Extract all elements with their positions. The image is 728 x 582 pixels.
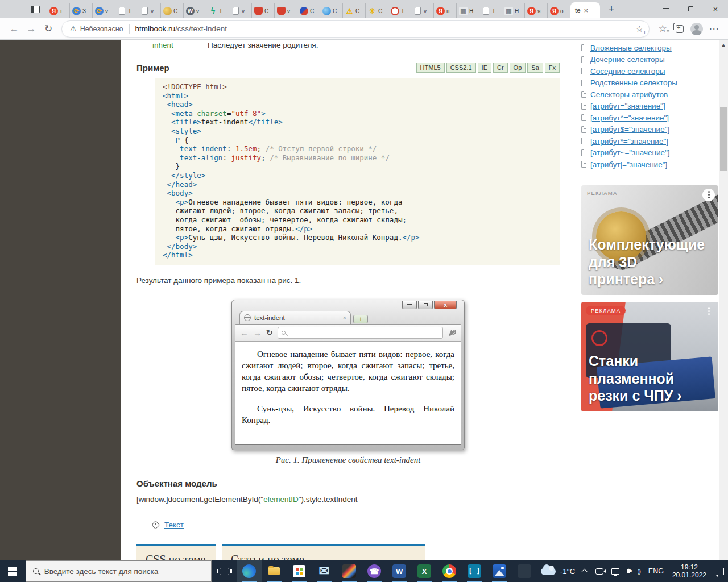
hidden-icons-button[interactable] [579,560,592,582]
page-scrollbar[interactable]: ▲ [719,40,728,560]
code-line: <body> [163,189,560,198]
sidebar-nav-link[interactable]: Родственные селекторы [590,78,677,87]
sidebar-nav-link[interactable]: [атрибут$="значение"] [590,125,669,134]
browser-tab[interactable]: Яп [434,3,457,18]
mail-taskbar-button[interactable]: ✉ [312,560,337,582]
browser-tab[interactable]: v [275,3,297,18]
ad-menu-icon[interactable] [702,305,715,318]
tab-title: v [242,8,245,14]
inherit-value-link[interactable]: inherit [152,41,208,49]
explorer-taskbar-button[interactable] [262,560,287,582]
weather-widget[interactable]: -1°C [537,560,579,582]
browser-tab[interactable]: Т [479,3,502,18]
taskbar-search[interactable]: Введите здесь текст для поиска [26,560,212,582]
browser-tab[interactable]: Ят [47,3,70,18]
back-button[interactable]: ← [6,20,23,38]
action-center-button[interactable] [711,560,728,582]
refresh-button[interactable]: ↻ [40,20,57,38]
sidebar-nav-link[interactable]: [атрибут~="значение"] [590,148,670,157]
ghost-taskbar-button[interactable] [512,560,537,582]
tab-title: т [60,8,63,14]
store-taskbar-button[interactable] [287,560,312,582]
code-segment: <head> [167,100,193,109]
sidebar-nav-link[interactable]: [атрибут^="значение"] [590,114,669,122]
task-view-button[interactable] [212,560,237,582]
profile-avatar[interactable] [688,20,705,38]
paint-taskbar-button[interactable] [337,560,362,582]
sidebar-nav-link[interactable]: [атрибут*="значение"] [590,137,668,146]
meet-now-button[interactable] [592,560,607,582]
excel-taskbar-button[interactable]: X [412,560,437,582]
browser-tab[interactable]: v [138,3,161,18]
sidebar-nav-link[interactable]: Селекторы атрибутов [590,90,668,99]
sidebar-nav-item: Дочерние селекторы [581,54,726,66]
code-segment: <html> [163,92,188,100]
browser-tab[interactable]: Яо [548,3,570,18]
browser-tab[interactable]: ⟳v [93,3,115,18]
add-favorite-icon[interactable]: ☆+ [636,24,643,34]
browser-tab[interactable]: v [229,3,252,18]
word-taskbar-button[interactable]: W [387,560,412,582]
sidebar-nav-link[interactable]: Вложенные селекторы [590,44,672,52]
scroll-up-arrow[interactable]: ▲ [719,40,728,48]
close-window-button[interactable]: × [703,0,728,17]
collections-icon[interactable] [671,20,688,38]
code-segment [163,189,167,197]
viber-taskbar-button[interactable]: ☎ [362,560,387,582]
browser-tab[interactable]: С [320,3,343,18]
browser-tab[interactable]: Wv [184,3,206,18]
forward-button[interactable]: → [23,20,40,38]
browser-tab[interactable]: ✳С [366,3,388,18]
browser-tab[interactable]: ⚠С [343,3,366,18]
browser-tab[interactable]: v [411,3,434,18]
active-tab[interactable]: te × [570,2,600,18]
favorites-icon[interactable]: ☆ [654,20,671,38]
clock[interactable]: 19:1220.01.2022 [668,560,711,582]
code-segment: </title> [249,118,283,126]
volume-waves: )) [638,568,640,575]
ad-banner[interactable]: РЕКЛАМАСтанкиплазменнойрезки с ЧПУ › [581,302,718,411]
ad-banner[interactable]: РЕКЛАМАКомплектующиедля 3Dпринтера › [581,185,718,295]
address-bar[interactable]: ⚠ Небезопасно htmlbook.ru/css/text-inden… [61,20,650,38]
browser-tab[interactable]: С [252,3,275,18]
sidebar-nav-link[interactable]: [атрибут="значение"] [590,102,665,110]
photos-taskbar-button[interactable] [487,560,512,582]
sidebar-nav-link[interactable]: [атрибут|="значение"] [590,160,667,169]
language-indicator[interactable]: ENG [644,560,668,582]
tag-link-text[interactable]: Текст [164,521,184,529]
code-line: <!DOCTYPE html> [163,82,560,92]
browser-tab[interactable]: Т [115,3,138,18]
windows-taskbar: Введите здесь текст для поиска ✉☎WX[ ] -… [0,560,728,582]
ad-label: РЕКЛАМА [587,190,617,196]
browser-tab[interactable]: ⟳З [70,3,93,18]
new-tab-button[interactable]: + [603,1,619,17]
scrollbar-thumb[interactable] [720,107,727,171]
close-tab-icon[interactable]: × [584,7,589,14]
tab-actions-button[interactable] [27,2,43,16]
brackets-taskbar-button[interactable]: [ ] [462,560,487,582]
example-forward-icon: → [253,328,262,338]
restore-button[interactable] [678,0,703,17]
tab-title: v [105,8,108,14]
browser-tab[interactable]: ϟТ [206,3,229,18]
volume-button[interactable]: )) [623,560,644,582]
browser-tab[interactable]: С [297,3,320,18]
minimize-button[interactable] [653,0,678,17]
browser-tab[interactable]: Т [388,3,411,18]
tab-title: Н [515,8,519,14]
network-button[interactable] [607,560,623,582]
chrome-taskbar-button[interactable] [437,560,462,582]
code-segment: } [163,162,180,171]
settings-menu-icon[interactable]: ⋯ [705,20,722,38]
sidebar-nav-link[interactable]: Дочерние селекторы [590,55,665,64]
browser-tab[interactable]: ▦Н [502,3,525,18]
ad-menu-icon[interactable] [702,189,715,201]
warning-favicon: ⚠ [345,7,354,15]
browser-tab[interactable]: Яя [525,3,548,18]
sidebar-nav-link[interactable]: Соседние селекторы [590,67,665,76]
browser-tab[interactable]: ▦Н [457,3,479,18]
edge-taskbar-button[interactable] [237,560,262,582]
sidebar-nav-item: [атрибут$="значение"] [581,124,726,136]
start-button[interactable] [0,560,26,582]
browser-tab[interactable]: С [161,3,184,18]
